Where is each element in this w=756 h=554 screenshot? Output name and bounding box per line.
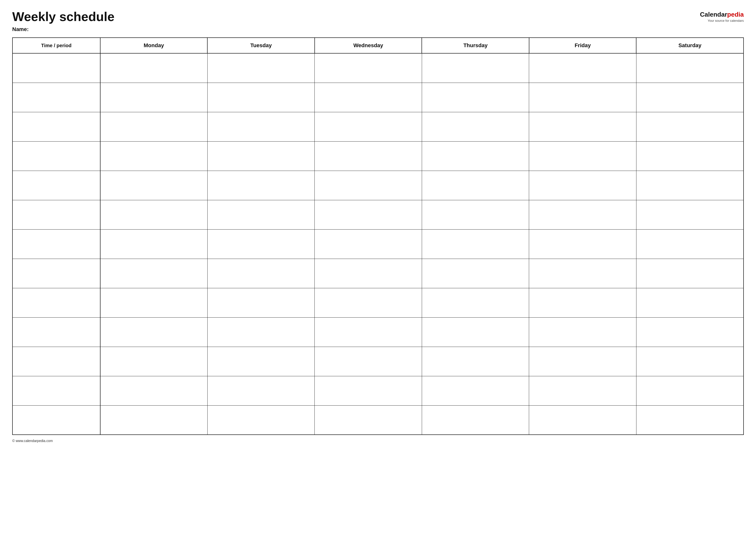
day-cell[interactable] xyxy=(207,288,315,317)
time-cell[interactable] xyxy=(12,405,100,435)
day-cell[interactable] xyxy=(636,171,744,200)
day-cell[interactable] xyxy=(636,259,744,288)
day-cell[interactable] xyxy=(100,53,208,82)
day-cell[interactable] xyxy=(529,171,637,200)
day-cell[interactable] xyxy=(100,288,208,317)
day-cell[interactable] xyxy=(636,376,744,405)
day-cell[interactable] xyxy=(100,200,208,229)
day-cell[interactable] xyxy=(207,229,315,259)
day-cell[interactable] xyxy=(636,141,744,171)
day-cell[interactable] xyxy=(422,405,529,435)
day-cell[interactable] xyxy=(422,288,529,317)
day-cell[interactable] xyxy=(529,259,637,288)
day-cell[interactable] xyxy=(422,229,529,259)
day-cell[interactable] xyxy=(315,229,422,259)
day-cell[interactable] xyxy=(207,141,315,171)
day-cell[interactable] xyxy=(315,112,422,141)
day-cell[interactable] xyxy=(422,200,529,229)
day-cell[interactable] xyxy=(315,171,422,200)
day-cell[interactable] xyxy=(207,405,315,435)
day-cell[interactable] xyxy=(636,200,744,229)
day-cell[interactable] xyxy=(422,317,529,347)
day-cell[interactable] xyxy=(207,259,315,288)
day-cell[interactable] xyxy=(529,288,637,317)
day-cell[interactable] xyxy=(100,376,208,405)
day-cell[interactable] xyxy=(636,82,744,112)
day-cell[interactable] xyxy=(315,141,422,171)
day-cell[interactable] xyxy=(529,229,637,259)
day-cell[interactable] xyxy=(315,288,422,317)
day-cell[interactable] xyxy=(100,317,208,347)
day-cell[interactable] xyxy=(529,317,637,347)
day-cell[interactable] xyxy=(315,82,422,112)
day-cell[interactable] xyxy=(100,82,208,112)
day-cell[interactable] xyxy=(422,82,529,112)
day-cell[interactable] xyxy=(529,376,637,405)
day-cell[interactable] xyxy=(529,82,637,112)
day-cell[interactable] xyxy=(207,200,315,229)
day-cell[interactable] xyxy=(100,347,208,376)
day-cell[interactable] xyxy=(422,112,529,141)
table-row xyxy=(12,200,744,229)
day-cell[interactable] xyxy=(529,141,637,171)
day-cell[interactable] xyxy=(422,171,529,200)
day-cell[interactable] xyxy=(529,200,637,229)
time-cell[interactable] xyxy=(12,288,100,317)
page-title: Weekly schedule xyxy=(12,10,114,24)
day-cell[interactable] xyxy=(315,376,422,405)
day-cell[interactable] xyxy=(422,259,529,288)
day-cell[interactable] xyxy=(207,112,315,141)
day-cell[interactable] xyxy=(207,82,315,112)
day-cell[interactable] xyxy=(422,53,529,82)
day-cell[interactable] xyxy=(422,347,529,376)
time-cell[interactable] xyxy=(12,171,100,200)
time-cell[interactable] xyxy=(12,317,100,347)
day-cell[interactable] xyxy=(636,405,744,435)
day-cell[interactable] xyxy=(422,376,529,405)
table-row xyxy=(12,317,744,347)
logo-calendar: Calendar xyxy=(700,11,727,18)
day-cell[interactable] xyxy=(636,229,744,259)
day-cell[interactable] xyxy=(636,317,744,347)
time-cell[interactable] xyxy=(12,112,100,141)
day-cell[interactable] xyxy=(207,317,315,347)
table-row xyxy=(12,347,744,376)
day-cell[interactable] xyxy=(636,53,744,82)
time-cell[interactable] xyxy=(12,200,100,229)
day-cell[interactable] xyxy=(100,229,208,259)
day-cell[interactable] xyxy=(315,317,422,347)
time-cell[interactable] xyxy=(12,376,100,405)
day-cell[interactable] xyxy=(100,171,208,200)
day-cell[interactable] xyxy=(100,259,208,288)
day-cell[interactable] xyxy=(636,347,744,376)
day-cell[interactable] xyxy=(529,53,637,82)
time-cell[interactable] xyxy=(12,82,100,112)
day-cell[interactable] xyxy=(422,141,529,171)
day-cell[interactable] xyxy=(636,112,744,141)
day-cell[interactable] xyxy=(100,405,208,435)
day-cell[interactable] xyxy=(315,259,422,288)
table-header-row: Time / period Monday Tuesday Wednesday T… xyxy=(12,38,744,53)
day-cell[interactable] xyxy=(315,405,422,435)
time-cell[interactable] xyxy=(12,229,100,259)
day-cell[interactable] xyxy=(315,200,422,229)
time-cell[interactable] xyxy=(12,347,100,376)
day-cell[interactable] xyxy=(529,112,637,141)
day-cell[interactable] xyxy=(529,405,637,435)
day-cell[interactable] xyxy=(207,347,315,376)
day-cell[interactable] xyxy=(529,347,637,376)
time-cell[interactable] xyxy=(12,141,100,171)
day-cell[interactable] xyxy=(636,288,744,317)
table-row xyxy=(12,141,744,171)
day-cell[interactable] xyxy=(207,376,315,405)
day-cell[interactable] xyxy=(100,141,208,171)
footer: © www.calendarpedia.com xyxy=(12,439,744,443)
day-cell[interactable] xyxy=(315,53,422,82)
day-cell[interactable] xyxy=(207,53,315,82)
day-cell[interactable] xyxy=(315,347,422,376)
name-label: Name: xyxy=(12,26,114,33)
time-cell[interactable] xyxy=(12,259,100,288)
day-cell[interactable] xyxy=(207,171,315,200)
day-cell[interactable] xyxy=(100,112,208,141)
time-cell[interactable] xyxy=(12,53,100,82)
